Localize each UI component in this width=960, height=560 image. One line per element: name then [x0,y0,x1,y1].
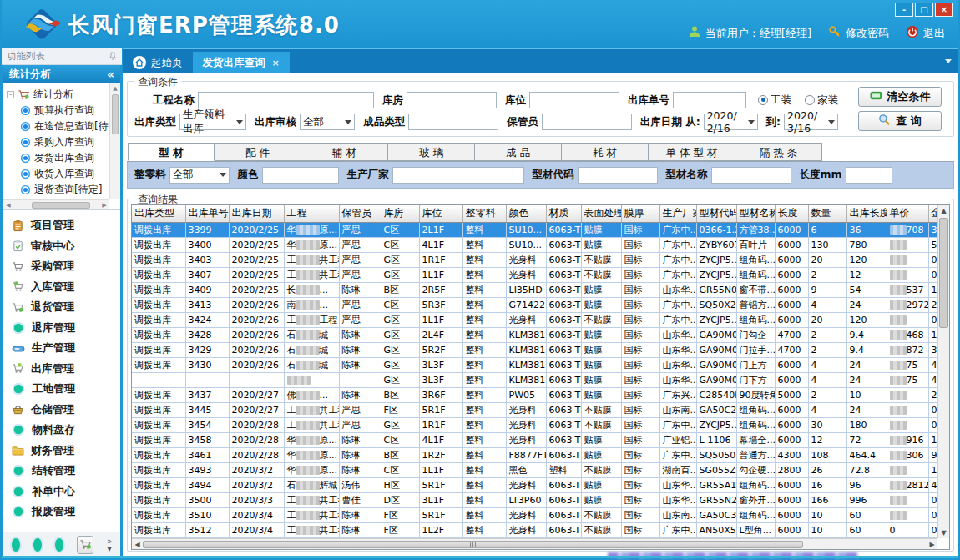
scrollbar-thumb[interactable] [939,218,948,328]
tree-item[interactable]: 退货查询[待定] [7,182,109,198]
sidebar-menu-item[interactable]: 工地管理 [12,379,120,400]
tree-vertical-scrollbar[interactable]: ▲ [109,83,120,199]
tree-horizontal-scrollbar[interactable]: ◀ ▶ [3,199,109,209]
tab-list-chevron-icon[interactable] [945,59,952,63]
location-input[interactable] [529,92,619,108]
column-header[interactable]: 表面处理 [581,205,621,222]
table-row[interactable]: 调拨出库33992020/2/25华原...严思C区2L1F整料SU10...6… [132,222,937,237]
teal-dot-icon[interactable] [12,538,20,552]
table-row[interactable]: 调拨出库34032020/2/25工共工程严思G区1R1F整料光身料6063-T… [132,252,937,267]
tree-item[interactable]: 预算执行查询 [7,103,109,119]
radio-jiazhuang[interactable] [805,95,815,105]
sidebar-menu-item[interactable]: 采购管理 [12,256,120,277]
collapse-sidebar-button[interactable]: « [107,68,114,81]
column-header[interactable]: 材质 [546,205,581,222]
material-tab[interactable]: 成 品 [475,143,562,161]
scroll-down-icon[interactable]: ▼ [938,527,949,538]
sidebar-menu-item[interactable]: 退货管理 [12,297,120,318]
column-header[interactable]: 出库长度 [846,205,887,222]
table-row[interactable]: 调拨出库34242020/2/26工工程严思G区1L1F整料光身料6063-T5… [132,312,937,327]
tab-close-icon[interactable]: × [272,58,280,68]
table-row[interactable]: 调拨出库35102020/3/4工共工程陈琳F区5R1F整料光身料6063-T5… [132,507,937,522]
column-header[interactable]: 数量 [808,205,846,222]
material-tab[interactable]: 玻 璃 [388,143,475,161]
maximize-button[interactable]: □ [915,3,933,17]
column-header[interactable]: 金额 [928,205,937,222]
pin-icon[interactable] [109,51,117,63]
table-row[interactable]: 调拨出库35002020/3/3工共工程曹佳D区3L1F整料LT3P606063… [132,492,937,507]
scroll-up-icon[interactable]: ▲ [110,83,120,93]
grid-vertical-scrollbar[interactable]: ▲ ▼ [937,205,949,538]
search-button[interactable]: 查 询 [858,111,942,131]
project-name-input[interactable] [198,92,374,108]
scrollbar-thumb[interactable] [32,202,90,209]
column-header[interactable]: 长度 [775,205,808,222]
product-type-input[interactable] [408,114,498,130]
material-tab[interactable]: 隔 热 条 [735,143,822,161]
table-row[interactable]: 调拨出库34582020/2/28华原...陈琳C区4L1F整料光身料6063-… [132,432,937,447]
sidebar-menu-item[interactable]: 财务管理 [12,441,120,462]
table-row[interactable]: 调拨出库34002020/2/25华原...严思C区4L1F整料SU10...6… [132,237,937,252]
column-header[interactable]: 出库日期 [229,205,284,222]
keeper-input[interactable] [542,114,632,130]
column-header[interactable]: 生产厂家 [659,205,696,222]
material-tab[interactable]: 单 体 型 材 [649,143,735,161]
table-row[interactable]: 调拨出库34932020/3/2华原...陈琳C区1L1F整料黑色塑料不贴膜国标… [132,462,937,477]
table-row[interactable]: 调拨出库34292020/2/26石城陈琳G区5R2F整料KLM38176063… [132,342,937,357]
scroll-left-icon[interactable]: ◀ [3,202,13,209]
clear-conditions-button[interactable]: 清空条件 [858,87,942,107]
more-buttons-chevron[interactable]: »▾ [107,537,112,552]
tree-root[interactable]: -统计分析 [7,87,109,103]
sidebar-menu-item[interactable]: 审核中心 [12,236,120,257]
column-header[interactable]: 型材代码 [696,205,736,222]
profile-code-input[interactable] [578,167,658,184]
column-header[interactable]: 单价 [887,205,928,222]
scroll-up-icon[interactable]: ▲ [938,205,949,216]
table-row[interactable]: 调拨出库34452020/2/27工共工程严思F区5R1F整料光身料6063-T… [132,402,937,417]
table-row[interactable]: G区3L3F整料KLM38176063-T5贴膜国标山东华...GA90M09.… [132,372,937,387]
profile-name-input[interactable] [711,167,791,184]
scrollbar-thumb[interactable] [112,94,119,134]
material-tab[interactable]: 配 件 [215,143,301,161]
sidebar-menu-item[interactable]: 结转管理 [12,461,120,482]
table-row[interactable]: 调拨出库34072020/2/25工共工程严思G区1L1F整料光身料6063-T… [132,267,937,282]
material-tab[interactable]: 辅 材 [301,143,388,161]
scroll-left-icon[interactable]: ◀ [132,541,143,548]
tree-item[interactable]: 发货出库查询 [7,150,109,166]
sidebar-menu-item[interactable]: 补单中心 [12,482,120,502]
column-header[interactable]: 整零料 [462,205,506,222]
column-header[interactable]: 库位 [419,205,462,222]
logout-button[interactable]: 退出 [906,25,945,41]
change-password-button[interactable]: 修改密码 [828,25,889,41]
close-button[interactable]: × [935,3,953,17]
material-tab[interactable]: 耗 材 [562,143,649,161]
tree-item[interactable]: 在途信息查询[待 [7,119,109,134]
tree-item[interactable]: 收货入库查询 [7,166,109,182]
sidebar-menu-item[interactable]: 项目管理 [12,215,120,236]
tree-expander-icon[interactable]: - [7,91,14,98]
sidebar-menu-item[interactable]: 退库管理 [12,318,120,339]
order-no-input[interactable] [673,92,746,108]
sidebar-menu-item[interactable]: 物料盘存 [12,420,120,441]
table-row[interactable]: 调拨出库34092020/2/25长...陈琳B区2R5F整料LI35HD606… [132,282,937,297]
manufacturer-input[interactable] [392,167,524,184]
column-header[interactable]: 出库单号 [185,205,229,222]
teal-dot-icon[interactable] [55,538,63,552]
scroll-right-icon[interactable]: ▶ [927,541,937,548]
column-header[interactable]: 型材名称 [736,205,775,222]
column-header[interactable]: 颜色 [506,205,546,222]
teal-dot-icon[interactable] [33,538,42,552]
table-row[interactable]: 调拨出库34282020/2/26石城陈琳G区2L4F整料KLM38176063… [132,327,937,342]
column-header[interactable]: 出库类型 [132,205,185,222]
table-row[interactable]: 调拨出库34302020/2/26石城陈琳G区3L3F整料KLM38176063… [132,357,937,372]
length-input[interactable] [846,167,892,184]
date-from-picker[interactable]: 2020/ 2/16 [704,114,758,130]
column-header[interactable]: 库房 [381,205,419,222]
sidebar-menu-item[interactable]: 生产管理 [12,338,120,359]
material-tab[interactable]: 型 材 [128,143,215,161]
minimize-button[interactable]: - [895,3,913,17]
table-row[interactable]: 调拨出库34542020/2/28工共工程严思G区1R1F整料光身料6063-T… [132,417,937,432]
tab-home[interactable]: 起始页 [123,52,193,73]
cart-shortcut-button[interactable] [77,536,93,554]
table-row[interactable]: 调拨出库34942020/3/2石辉城汤伟H区5R1F整料光身料6063-T5贴… [132,477,937,492]
